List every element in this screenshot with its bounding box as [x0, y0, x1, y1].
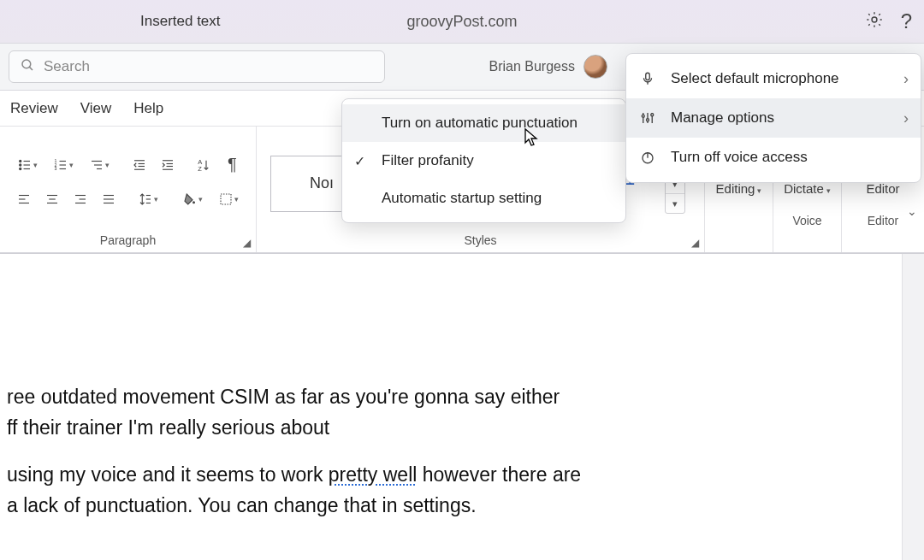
svg-text:Z: Z [198, 164, 203, 172]
search-icon [20, 57, 35, 77]
svg-point-7 [20, 168, 21, 169]
group-paragraph: ▾ 123▾ ▾ AZ ¶ ▾ ▾ ▾ Para [0, 127, 257, 252]
menu-item-turn-off-voice[interactable]: Turn off voice access [626, 138, 921, 177]
svg-point-45 [192, 201, 195, 203]
styles-group-label: Styles [267, 230, 694, 249]
menu-label: Select default microphone [671, 70, 839, 87]
shading-button[interactable]: ▾ [175, 186, 210, 212]
svg-rect-52 [646, 73, 650, 80]
window-title-center: groovyPost.com [0, 13, 924, 31]
grammar-squiggle[interactable]: pretty well [329, 463, 418, 486]
paragraph-group-label: Paragraph [10, 230, 246, 249]
microphone-icon [638, 71, 657, 86]
menu-label: Automatic startup setting [382, 190, 542, 207]
account-name: Brian Burgess [489, 59, 576, 74]
align-right-button[interactable] [67, 186, 93, 212]
check-icon: ✓ [354, 153, 365, 169]
decrease-indent-button[interactable] [127, 152, 153, 178]
menu-label: Manage options [671, 109, 774, 127]
menu-item-manage-options[interactable]: Manage options › [626, 98, 921, 138]
borders-button[interactable]: ▾ [211, 186, 246, 212]
dictate-label: Dictate [784, 181, 824, 196]
styles-dialog-launcher-icon[interactable]: ◢ [691, 237, 699, 249]
svg-point-1 [22, 60, 31, 68]
menu-label: Filter profanity [382, 152, 474, 169]
chevron-right-icon: › [903, 109, 909, 127]
title-bar: Inserted text groovyPost.com ? [0, 0, 924, 43]
sliders-icon [638, 110, 657, 126]
increase-indent-button[interactable] [155, 152, 181, 178]
vertical-scrollbar[interactable] [902, 254, 924, 560]
tab-view[interactable]: View [80, 100, 112, 117]
dictate-submenu: Turn on automatic punctuation ✓ Filter p… [341, 98, 626, 223]
chevron-right-icon: › [903, 70, 909, 88]
align-left-button[interactable] [10, 186, 37, 212]
svg-text:3: 3 [55, 166, 57, 171]
svg-point-59 [651, 114, 654, 116]
editor-label: Editor [866, 181, 899, 196]
power-icon [638, 150, 657, 165]
avatar [583, 55, 607, 79]
document-page[interactable]: ree outdated movement CSIM as far as you… [0, 254, 902, 560]
paragraph-dialog-launcher-icon[interactable]: ◢ [243, 237, 251, 249]
ribbon-collapse-icon[interactable]: ⌄ [907, 204, 917, 218]
menu-label: Turn off voice access [671, 149, 808, 166]
line-spacing-button[interactable]: ▾ [131, 186, 165, 212]
tab-review[interactable]: Review [10, 100, 58, 117]
search-input[interactable]: Search [9, 50, 385, 83]
bullets-button[interactable]: ▾ [10, 152, 44, 178]
sort-button[interactable]: AZ [191, 152, 217, 178]
doc-text: however there are [417, 463, 581, 486]
doc-text: ff their trainer I'm really serious abou… [7, 416, 329, 439]
menu-item-auto-startup[interactable]: Automatic startup setting [342, 180, 625, 217]
editor-group-label: Editor [868, 210, 899, 229]
menu-item-filter-profanity[interactable]: ✓ Filter profanity [342, 142, 625, 180]
numbering-button[interactable]: 123▾ [46, 152, 80, 178]
voice-group-label: Voice [792, 210, 821, 229]
svg-point-3 [20, 160, 21, 162]
search-placeholder: Search [44, 58, 90, 75]
show-marks-button[interactable]: ¶ [219, 152, 246, 178]
doc-text: ree outdated movement CSIM as far as you… [7, 386, 560, 408]
account-area[interactable]: Brian Burgess [489, 55, 608, 79]
document-area: ree outdated movement CSIM as far as you… [0, 253, 924, 560]
doc-text: using my voice and it seems to work [7, 463, 329, 486]
menu-item-auto-punctuation[interactable]: Turn on automatic punctuation [342, 104, 625, 142]
justify-button[interactable] [95, 186, 121, 212]
svg-point-55 [642, 115, 644, 117]
multilevel-list-button[interactable]: ▾ [82, 152, 116, 178]
menu-label: Turn on automatic punctuation [382, 115, 578, 132]
menu-item-select-microphone[interactable]: Select default microphone › [626, 59, 921, 98]
svg-rect-46 [221, 194, 231, 204]
editing-label: Editing [716, 181, 755, 196]
align-center-button[interactable] [38, 186, 65, 212]
doc-text: a lack of punctuation. You can change th… [7, 494, 477, 516]
style-normal-label: Noı [310, 174, 334, 192]
styles-expand-icon[interactable]: ▾ [666, 194, 684, 213]
svg-point-5 [20, 163, 21, 165]
svg-line-2 [29, 67, 33, 70]
svg-point-57 [647, 119, 649, 121]
voice-settings-menu: Select default microphone › Manage optio… [625, 53, 921, 183]
tab-help[interactable]: Help [133, 100, 163, 117]
